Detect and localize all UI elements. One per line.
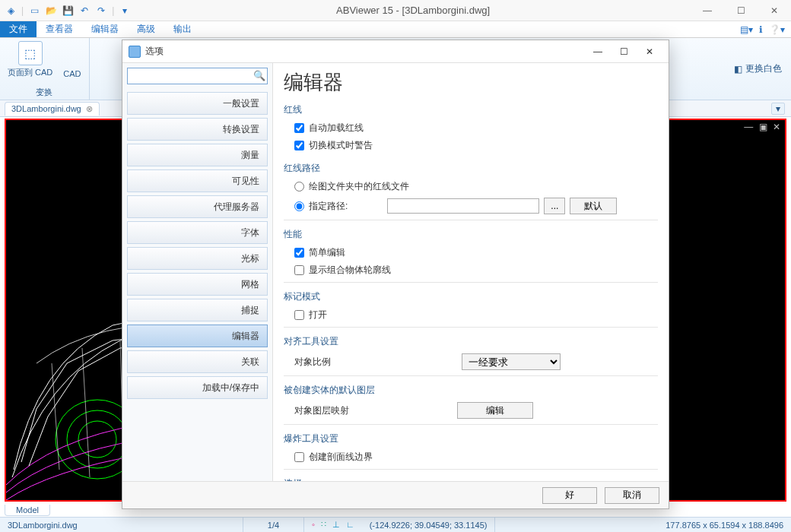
tab-output[interactable]: 输出 bbox=[164, 21, 201, 37]
nav-general[interactable]: 一般设置 bbox=[127, 92, 268, 115]
redline-warn-checkbox[interactable] bbox=[294, 141, 304, 150]
redline-auto-checkbox[interactable] bbox=[294, 123, 304, 133]
path-specify-label: 指定路径: bbox=[309, 200, 348, 213]
row-path-folder[interactable]: 绘图文件夹中的红线文件 bbox=[284, 178, 658, 195]
row-redline-warn[interactable]: 切换模式时警告 bbox=[284, 137, 658, 154]
section-performance: 性能 bbox=[284, 228, 658, 241]
nav-editor[interactable]: 编辑器 bbox=[127, 325, 268, 347]
dialog-title: 选项 bbox=[145, 45, 585, 58]
cad-label: CAD bbox=[63, 69, 81, 78]
row-explode-chk[interactable]: 创建剖面线边界 bbox=[284, 448, 658, 466]
undo-icon[interactable]: ↶ bbox=[78, 5, 91, 17]
minimize-button[interactable]: — bbox=[691, 0, 724, 21]
browse-button[interactable]: ... bbox=[544, 198, 565, 214]
nav-grid[interactable]: 网格 bbox=[127, 273, 268, 296]
nav-visibility[interactable]: 可见性 bbox=[127, 169, 268, 192]
nav-convert[interactable]: 转换设置 bbox=[127, 118, 268, 141]
status-page: 1/4 bbox=[243, 518, 304, 532]
row-outline[interactable]: 显示组合物体轮廓线 bbox=[284, 261, 658, 279]
tab-advanced[interactable]: 高级 bbox=[128, 21, 164, 37]
nav-snap[interactable]: 捕捉 bbox=[127, 299, 268, 321]
section-markmode: 标记模式 bbox=[284, 290, 658, 303]
section-explode: 爆炸工具设置 bbox=[284, 432, 658, 445]
layer-map-label: 对象图层映射 bbox=[294, 404, 349, 417]
swap-color-label: 更换白色 bbox=[745, 62, 782, 75]
maximize-button[interactable]: ☐ bbox=[724, 0, 758, 21]
snap-tool-2[interactable]: ∷ bbox=[321, 520, 326, 530]
redo-icon[interactable]: ↷ bbox=[95, 5, 107, 17]
doc-icon[interactable]: ▤▾ bbox=[740, 24, 753, 35]
row-simple-edit[interactable]: 简单编辑 bbox=[284, 244, 658, 261]
cancel-button[interactable]: 取消 bbox=[605, 487, 659, 504]
path-specify-radio[interactable] bbox=[294, 201, 304, 211]
viewport-tools[interactable]: — ▣ ✕ bbox=[744, 122, 782, 132]
options-dialog: 选项 — ☐ ✕ 🔍 一般设置 转换设置 测量 可见性 代理服务器 字体 光标 … bbox=[122, 40, 669, 509]
row-layer-map: 对象图层映射 编辑 bbox=[284, 400, 658, 421]
quick-access-toolbar: ◈ | ▭ 📂 💾 ↶ ↷ | ▾ bbox=[0, 5, 135, 17]
simple-edit-checkbox[interactable] bbox=[294, 248, 304, 258]
close-button[interactable]: ✕ bbox=[758, 0, 791, 21]
path-default-button[interactable]: 默认 bbox=[570, 198, 617, 214]
path-input[interactable] bbox=[387, 198, 539, 214]
snap-tool-1[interactable]: ◦ bbox=[312, 520, 315, 530]
swap-color-icon: ◧ bbox=[734, 64, 742, 74]
page-to-cad-icon: ⬚ bbox=[18, 41, 43, 65]
nav-proxy[interactable]: 代理服务器 bbox=[127, 195, 268, 218]
help-icon[interactable]: ❔▾ bbox=[769, 24, 785, 35]
dialog-icon bbox=[129, 46, 141, 58]
nav-font[interactable]: 字体 bbox=[127, 221, 268, 244]
dialog-maximize-button[interactable]: ☐ bbox=[611, 43, 637, 61]
dialog-content: 编辑器 红线 自动加载红线 切换模式时警告 红线路径 绘图文件夹中的红线文件 指… bbox=[273, 63, 669, 481]
section-redline: 红线 bbox=[284, 103, 658, 116]
outline-checkbox[interactable] bbox=[294, 265, 304, 275]
model-tab[interactable]: Model bbox=[5, 505, 50, 516]
info-icon[interactable]: ℹ bbox=[759, 24, 763, 35]
section-default-layer: 被创建实体的默认图层 bbox=[284, 384, 658, 397]
cad-button[interactable]: CAD bbox=[63, 41, 81, 78]
ribbon-right-tools: ▤▾ ℹ ❔▾ bbox=[740, 21, 791, 37]
tab-file[interactable]: 文件 bbox=[0, 21, 37, 37]
search-input[interactable] bbox=[127, 68, 268, 84]
page-to-cad-label: 页面到 CAD bbox=[8, 67, 52, 78]
new-icon[interactable]: ▭ bbox=[28, 5, 40, 17]
dialog-minimize-button[interactable]: — bbox=[585, 43, 611, 61]
save-icon[interactable]: 💾 bbox=[62, 5, 74, 17]
tabs-dropdown-icon[interactable]: ▾ bbox=[771, 103, 785, 115]
close-tab-icon[interactable]: ⊗ bbox=[86, 104, 93, 114]
qat-dropdown-icon[interactable]: ▾ bbox=[119, 5, 131, 17]
window-controls: — ☐ ✕ bbox=[691, 0, 791, 21]
titlebar: ◈ | ▭ 📂 💾 ↶ ↷ | ▾ ABViewer 15 - [3DLambo… bbox=[0, 0, 791, 21]
ribbon-tabs: 文件 查看器 编辑器 高级 输出 ▤▾ ℹ ❔▾ bbox=[0, 21, 791, 38]
snap-tool-4[interactable]: ∟ bbox=[346, 520, 354, 530]
row-path-specify: 指定路径: ... 默认 bbox=[284, 195, 658, 217]
section-align: 对齐工具设置 bbox=[284, 335, 658, 348]
svg-point-1 bbox=[67, 410, 128, 468]
row-redline-auto[interactable]: 自动加载红线 bbox=[284, 119, 658, 137]
ribbon-right-label[interactable]: ◧ 更换白色 bbox=[734, 38, 791, 100]
nav-cursor[interactable]: 光标 bbox=[127, 247, 268, 270]
dialog-search: 🔍 bbox=[127, 68, 268, 84]
mark-open-checkbox[interactable] bbox=[294, 310, 304, 320]
nav-link[interactable]: 关联 bbox=[127, 350, 268, 373]
dialog-close-button[interactable]: ✕ bbox=[637, 43, 662, 61]
search-icon[interactable]: 🔍 bbox=[253, 70, 265, 81]
status-file: 3DLamborgini.dwg bbox=[0, 518, 243, 532]
align-scale-label: 对象比例 bbox=[294, 356, 331, 369]
row-mark-open[interactable]: 打开 bbox=[284, 306, 658, 324]
explode-checkbox[interactable] bbox=[294, 452, 304, 462]
path-folder-radio[interactable] bbox=[294, 182, 304, 192]
status-coords: (-124.9226; 39.04549; 33.1145) bbox=[362, 518, 496, 532]
page-to-cad-button[interactable]: ⬚ 页面到 CAD bbox=[8, 41, 52, 78]
tab-viewer[interactable]: 查看器 bbox=[37, 21, 82, 37]
ok-button[interactable]: 好 bbox=[542, 487, 597, 504]
tab-editor[interactable]: 编辑器 bbox=[82, 21, 128, 37]
dialog-titlebar[interactable]: 选项 — ☐ ✕ bbox=[122, 40, 669, 63]
open-icon[interactable]: 📂 bbox=[45, 5, 57, 17]
snap-tool-3[interactable]: ⊥ bbox=[332, 520, 340, 530]
align-scale-select[interactable]: 一经要求 bbox=[462, 353, 561, 370]
layer-edit-button[interactable]: 编辑 bbox=[457, 402, 533, 419]
nav-loadsave[interactable]: 加载中/保存中 bbox=[127, 376, 268, 399]
document-tab[interactable]: 3DLamborgini.dwg ⊗ bbox=[5, 102, 100, 116]
section-redline-path: 红线路径 bbox=[284, 162, 658, 175]
nav-measure[interactable]: 测量 bbox=[127, 144, 268, 166]
